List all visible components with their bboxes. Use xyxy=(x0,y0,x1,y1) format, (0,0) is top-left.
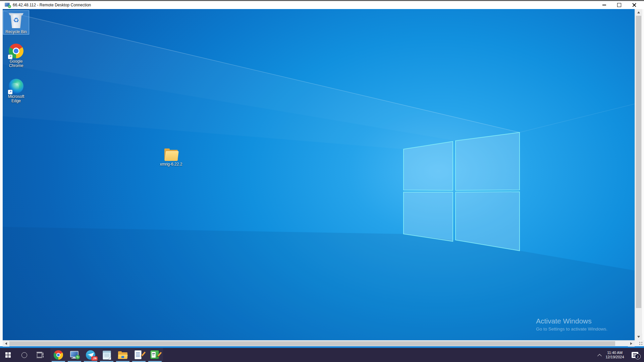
remote-desktop-icon: ↻ xyxy=(70,351,79,359)
refresh-glyph: ↻ xyxy=(8,5,11,8)
doc-line xyxy=(136,352,140,353)
notepad-binding xyxy=(103,351,111,353)
doc-line xyxy=(152,353,155,354)
desktop-icon-label: Microsoft Edge xyxy=(3,95,29,103)
resize-grip-icon[interactable] xyxy=(641,342,642,343)
folder-icon xyxy=(164,148,178,161)
light-ray-line-right xyxy=(520,104,635,132)
desktop-icon-xmrig-folder[interactable]: xmrig-6.22.2 xyxy=(157,147,185,167)
horizontal-scrollbar[interactable] xyxy=(3,340,635,346)
taskbar: ↻ .26 xyxy=(0,348,644,362)
vertical-scrollbar[interactable] xyxy=(635,9,642,340)
shortcut-arrow-icon: ↗ xyxy=(8,55,12,59)
scroll-up-icon xyxy=(637,11,640,13)
minimize-button[interactable] xyxy=(597,1,611,9)
scrollbar-corner xyxy=(635,340,644,346)
action-center-icon: 2 xyxy=(632,352,638,358)
desktop-icon-label: xmrig-6.22.2 xyxy=(160,162,182,167)
shortcut-arrow-icon: ↗ xyxy=(8,90,12,94)
action-center-button[interactable]: 2 xyxy=(628,348,642,362)
notepad-icon xyxy=(103,351,111,360)
watermark-line1: Activate Windows xyxy=(536,317,607,325)
desktop-icon-google-chrome[interactable]: ↗ Google Chrome xyxy=(3,42,29,68)
scroll-left-button[interactable] xyxy=(3,341,9,347)
scroll-down-icon xyxy=(637,336,640,338)
taskbar-app-file-explorer[interactable] xyxy=(115,348,131,362)
taskbar-app-telegram[interactable]: .26 xyxy=(83,348,99,362)
task-view-bottom-line xyxy=(37,358,42,358)
logo-pane-bottom-left xyxy=(404,192,453,241)
scroll-up-button[interactable] xyxy=(635,9,642,16)
maximize-button[interactable] xyxy=(612,1,626,9)
scroll-down-button[interactable] xyxy=(635,334,642,340)
show-hidden-icons-button[interactable] xyxy=(595,348,604,362)
chrome-icon xyxy=(54,350,63,360)
page-fold xyxy=(108,357,111,360)
maximize-icon xyxy=(617,3,621,7)
notepad-line xyxy=(104,354,109,355)
window-right-border xyxy=(642,9,644,346)
explorer-accent xyxy=(121,356,124,358)
taskbar-app-chrome[interactable] xyxy=(50,348,66,362)
desktop-icon-microsoft-edge[interactable]: ↗ Microsoft Edge xyxy=(3,77,29,103)
windows-wallpaper xyxy=(3,9,635,340)
task-view-button[interactable] xyxy=(32,348,48,362)
task-view-top-line xyxy=(37,352,42,353)
start-button[interactable] xyxy=(0,348,16,362)
desktop-icon-label: Recycle Bin xyxy=(5,30,26,34)
text-editor-icon xyxy=(135,350,142,359)
tray-clock[interactable]: 11:40 AM 12/19/2024 xyxy=(604,348,626,362)
task-view-icon xyxy=(37,352,44,358)
logo-pane-top-right xyxy=(455,132,520,190)
task-view-slider xyxy=(43,353,43,356)
notification-badge: .26 xyxy=(91,356,98,361)
tray-time: 11:40 AM xyxy=(607,351,623,355)
vertical-scrollbar-thumb[interactable] xyxy=(636,16,641,308)
close-icon xyxy=(632,3,636,7)
connect-arrows-icon: ↻ xyxy=(75,355,80,359)
task-view-slider-dot xyxy=(43,356,44,357)
taskbar-app-notepad[interactable] xyxy=(99,348,115,362)
taskbar-app-text-editor[interactable] xyxy=(131,348,147,362)
doc-line xyxy=(136,356,140,357)
scroll-right-icon xyxy=(630,342,632,345)
windows-logo-icon xyxy=(5,352,11,358)
cortana-circle-icon xyxy=(21,352,27,358)
folder-front xyxy=(165,151,179,161)
logo-pane xyxy=(5,352,8,355)
tray-date: 12/19/2024 xyxy=(605,355,624,359)
close-button[interactable] xyxy=(627,1,641,9)
minimize-icon xyxy=(602,5,606,5)
windows-logo-icon xyxy=(404,132,520,251)
scroll-right-button[interactable] xyxy=(628,341,635,347)
remote-desktop-surface[interactable]: ♻ Recycle Bin ↗ Google Chrome ↗ Microsof… xyxy=(3,9,635,340)
logo-pane-bottom-right xyxy=(455,192,520,251)
chevron-up-icon xyxy=(597,354,602,358)
doc-line xyxy=(136,355,140,356)
recycle-bin-icon: ♻ xyxy=(9,12,23,29)
title-bar[interactable]: ↻ 66.42.48.112 - Remote Desktop Connecti… xyxy=(0,1,644,9)
scroll-left-icon xyxy=(5,342,7,345)
notification-count-badge: 2 xyxy=(635,354,641,359)
logo-pane xyxy=(8,355,11,358)
taskbar-app-remote-desktop[interactable]: ↻ xyxy=(66,348,83,362)
file-explorer-icon xyxy=(118,351,127,359)
desktop-icon-recycle-bin[interactable]: ♻ Recycle Bin xyxy=(3,11,29,34)
telegram-icon: .26 xyxy=(86,350,95,360)
doc-line xyxy=(152,355,154,355)
search-button[interactable] xyxy=(16,348,32,362)
desktop-icon-label: Google Chrome xyxy=(3,59,29,68)
doc-line xyxy=(136,354,140,354)
taskbar-app-green-notepad[interactable] xyxy=(147,348,163,362)
logo-pane xyxy=(5,355,8,358)
logo-pane-top-left xyxy=(404,141,453,190)
horizontal-scrollbar-thumb[interactable] xyxy=(9,341,615,346)
recycle-symbol-icon: ♻ xyxy=(9,16,23,24)
logo-pane xyxy=(8,352,11,355)
rdp-window: ↻ 66.42.48.112 - Remote Desktop Connecti… xyxy=(0,0,644,362)
watermark-line2: Go to Settings to activate Windows. xyxy=(536,326,607,331)
task-view-window xyxy=(37,353,42,357)
remote-desktop-connection-icon: ↻ xyxy=(5,3,10,7)
green-notepad-icon xyxy=(150,350,159,359)
activate-windows-watermark: Activate Windows Go to Settings to activ… xyxy=(536,317,607,331)
